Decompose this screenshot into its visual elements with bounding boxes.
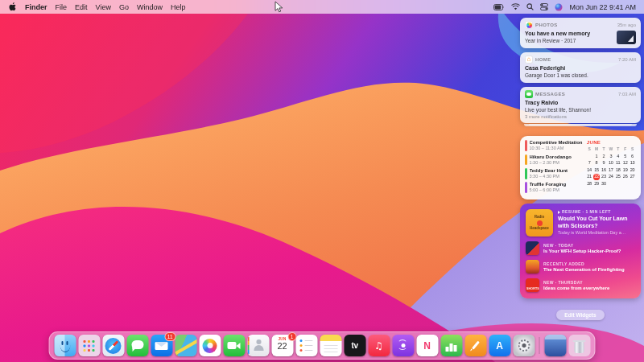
calendar-date[interactable]: 24 [607,174,614,180]
control-center-icon[interactable] [540,3,548,10]
dock-item-podcasts[interactable] [392,335,414,356]
dock-item-messages[interactable] [126,335,148,356]
notification-home[interactable]: HOME 7:20 AM Casa Federighi Garage Door … [520,52,641,83]
calendar-date[interactable]: 14 [586,167,593,174]
calendar-date[interactable]: 23 [600,174,607,180]
dock-item-app-store[interactable]: A [489,335,510,356]
calendar-day-header: S [629,146,636,153]
calendar-date[interactable]: 9 [600,160,607,167]
apple-menu[interactable] [8,2,17,12]
calendar-date[interactable]: 7 [586,160,593,167]
calendar-date[interactable]: 27 [629,174,636,180]
podcast-episode-featured[interactable]: Radio Headspace RESUME · 1 MIN LEFT Woul… [526,209,635,237]
calendar-date[interactable]: 28 [586,181,593,187]
calendar-date[interactable]: 15 [593,167,601,174]
calendar-date[interactable]: 2 [600,154,607,160]
finder-icon [54,335,76,356]
dock-item-launchpad[interactable] [78,335,100,356]
calendar-widget[interactable]: Competitive Meditation10:30 – 11:30 AMHi… [520,136,641,200]
app-menu-finder[interactable]: Finder [25,3,47,11]
battery-icon[interactable] [493,4,505,10]
podcast-episode[interactable]: RECENTLY ADDEDThe Next Generation of Fir… [526,260,635,274]
calendar-event[interactable]: Competitive Meditation10:30 – 11:30 AM [525,140,583,151]
dock-item-finder[interactable] [54,335,76,356]
calendar-date[interactable]: 21 [586,174,593,180]
calendar-date[interactable]: 19 [621,167,629,174]
maps-icon [175,335,196,356]
calendar-date[interactable]: 5 [621,154,629,160]
calendar-date[interactable]: 16 [600,167,607,174]
menu-file[interactable]: File [56,3,68,11]
dock-item-mail[interactable]: 11 [151,335,172,356]
calendar-date [607,181,614,187]
edit-widgets-button[interactable]: Edit Widgets [556,310,604,320]
notification-stack-count: 3 more notifications [525,114,636,119]
calendar-today[interactable]: 22 [593,174,601,180]
calendar-events-list: Competitive Meditation10:30 – 11:30 AMHi… [525,140,586,195]
event-color-bar [525,168,527,179]
calendar-event[interactable]: Hikaru Dorodango1:30 – 2:30 PM [525,154,583,166]
notification-title: You have a new memory [525,31,613,38]
calendar-date[interactable]: 30 [600,181,607,187]
podcast-artwork: SHORTS [526,278,539,292]
calendar-date[interactable]: 20 [629,167,636,174]
podcasts-widget[interactable]: Radio Headspace RESUME · 1 MIN LEFT Woul… [520,204,641,298]
calendar-date[interactable]: 10 [607,160,614,167]
dock-item-pages[interactable] [464,335,486,356]
notification-messages[interactable]: MESSAGES 7:03 AM Tracy Raivio Live your … [520,87,641,123]
calendar-event[interactable]: Teddy Bear Hunt3:30 – 4:30 PM [525,168,583,179]
artwork-text: SHORTS [526,287,539,290]
dock-item-tv[interactable]: tv [344,335,365,356]
dock-item-maps[interactable] [175,335,196,356]
podcast-episode[interactable]: NEW · TODAYIs Your WFH Setup Hacker-Proo… [526,241,635,255]
dock-item-notes[interactable] [320,335,341,356]
calendar-date[interactable]: 6 [629,154,636,160]
dock-item-downloads[interactable] [544,335,566,356]
calendar-date[interactable]: 3 [607,154,614,160]
dock-item-safari[interactable] [102,335,124,356]
calendar-date[interactable]: 12 [621,160,629,167]
calendar-day-header: S [586,146,593,153]
dock-item-calendar[interactable]: JUN221 [271,335,293,356]
menu-bar-clock[interactable]: Mon Jun 22 9:41 AM [569,3,636,11]
dock-item-music[interactable] [368,335,390,356]
calendar-day-header: M [593,146,601,153]
episode-subtitle: Today is World Meditation Day a… [558,230,635,236]
calendar-date[interactable]: 13 [629,160,636,167]
event-color-bar [525,154,527,166]
dock-item-facetime[interactable] [223,335,245,356]
menu-edit[interactable]: Edit [75,3,88,11]
search-icon[interactable] [526,3,534,10]
dock-item-trash[interactable] [568,335,590,356]
calendar-date[interactable]: 1 [593,154,601,160]
wifi-icon[interactable] [511,3,520,10]
menu-go[interactable]: Go [119,3,129,11]
notification-photos[interactable]: PHOTOS 35m ago You have a new memory Yea… [520,18,641,48]
calendar-date[interactable]: 4 [614,154,621,160]
calendar-date[interactable]: 11 [614,160,621,167]
calendar-date[interactable]: 26 [621,174,629,180]
dock-item-numbers[interactable] [440,335,462,356]
calendar-date[interactable]: 17 [607,167,614,174]
episode-status-text: RESUME · 1 MIN LEFT [562,209,611,215]
calendar-date[interactable]: 8 [593,160,601,167]
siri-icon[interactable] [555,3,563,11]
dock-item-reminders[interactable] [295,335,317,356]
notification-time: 7:20 AM [618,57,636,62]
calendar-event[interactable]: Truffle Foraging5:00 – 6:00 PM [525,182,583,193]
menu-view[interactable]: View [96,3,111,11]
dock-item-photos[interactable] [199,335,221,356]
calendar-day-header: T [614,146,621,153]
notification-subtitle: Year in Review · 2017 [525,38,613,44]
menu-help[interactable]: Help [171,3,186,11]
podcast-artwork [526,241,539,255]
menu-window[interactable]: Window [137,3,163,11]
dock-item-contacts[interactable] [247,335,269,356]
calendar-date[interactable]: 29 [593,181,601,187]
calendar-date[interactable]: 25 [614,174,621,180]
dock-item-news[interactable]: N [416,335,438,356]
calendar-date[interactable]: 18 [614,167,621,174]
dock-item-system-preferences[interactable] [513,335,535,356]
podcast-episode[interactable]: SHORTSNEW · THURSDAYIdeas come from ever… [526,278,635,292]
widgets-section-gap [520,125,641,136]
